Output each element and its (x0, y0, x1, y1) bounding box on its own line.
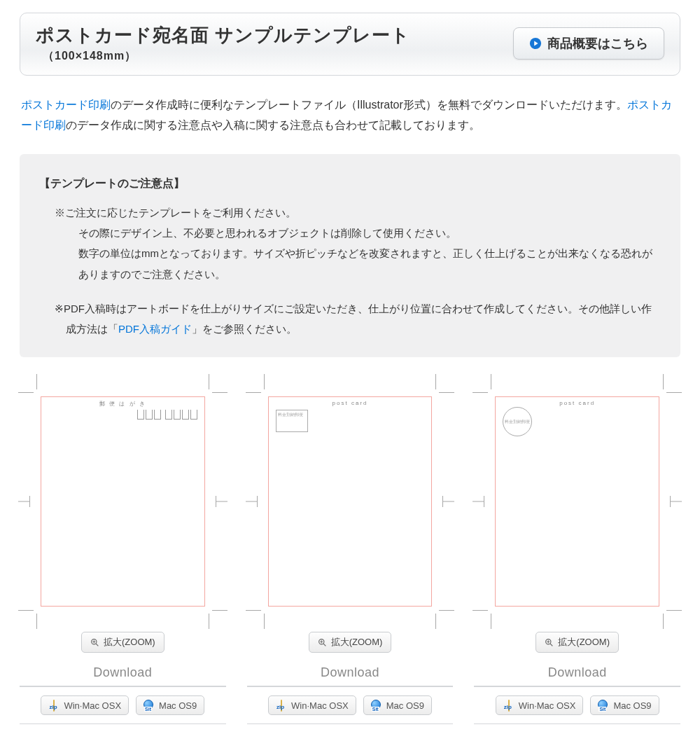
zoom-label: 拡大(ZOOM) (558, 636, 610, 649)
note-item-2: ※PDF入稿時はアートボードを仕上がりサイズにご設定いただき、仕上がり位置に合わ… (39, 298, 661, 340)
download-heading: Download (20, 665, 226, 680)
svg-line-7 (323, 644, 326, 646)
magnifier-icon (90, 638, 99, 647)
page-subtitle: （100×148mm） (43, 49, 513, 64)
zoom-label: 拡大(ZOOM) (104, 636, 155, 649)
template-top-label: 郵 便 は が き (41, 400, 204, 408)
product-overview-button[interactable]: 商品概要はこちら (513, 27, 664, 60)
sit-button-label: Mac OS9 (159, 700, 197, 711)
zip-button-label: Win·Mac OSX (64, 700, 121, 711)
zip-icon: zip (48, 700, 59, 710)
note-sub-1b: 数字の単位はmmとなっております。サイズや折ピッチなどを改変されますと、正しく仕… (39, 243, 661, 284)
template-card: post card 料金別納郵便 拡大(ZOOM) Download zip W… (247, 375, 454, 724)
note-sub-1a: その際にデザイン上、不必要と思われるオブジェクトは削除して使用ください。 (39, 223, 661, 243)
svg-line-3 (96, 644, 98, 646)
page-title: ポストカード宛名面 サンプルテンプレート (36, 23, 513, 48)
template-top-label: post card (496, 400, 659, 406)
intro-paragraph: ポストカード印刷のデータ作成時に便利なテンプレートファイル（Illustrato… (21, 95, 679, 136)
template-preview: post card 料金別納郵便 (474, 375, 680, 628)
postage-payment-circle: 料金別納郵便 (503, 407, 532, 436)
postal-code-boxes (137, 410, 197, 420)
arrow-right-circle-icon (529, 37, 542, 50)
template-card: post card 料金別納郵便 拡大(ZOOM) Download zip W… (474, 375, 680, 724)
template-card: 郵 便 は が き 拡大(ZOOM) Download zip Win·Mac … (20, 375, 226, 724)
zip-icon: zip (276, 700, 287, 710)
divider (20, 686, 226, 687)
sit-icon: Sit (371, 700, 382, 711)
zoom-label: 拡大(ZOOM) (331, 636, 383, 649)
zip-button-label: Win·Mac OSX (291, 700, 349, 711)
template-preview: post card 料金別納郵便 (247, 375, 454, 628)
template-cards-row: 郵 便 は が き 拡大(ZOOM) Download zip Win·Mac … (20, 375, 680, 724)
zip-icon: zip (503, 700, 514, 710)
zoom-button[interactable]: 拡大(ZOOM) (309, 632, 392, 653)
zoom-button[interactable]: 拡大(ZOOM) (536, 632, 619, 653)
download-sit-button[interactable]: Sit Mac OS9 (363, 695, 432, 715)
magnifier-icon (545, 638, 554, 647)
template-frame: 郵 便 は が き (41, 396, 205, 607)
divider (474, 686, 680, 687)
download-zip-button[interactable]: zip Win·Mac OSX (268, 695, 356, 715)
sit-button-label: Mac OS9 (386, 700, 424, 711)
divider (20, 723, 226, 724)
divider (247, 723, 454, 724)
divider (474, 723, 680, 724)
pdf-guide-link[interactable]: PDF入稿ガイド (118, 323, 192, 335)
template-top-label: post card (269, 400, 432, 406)
sit-icon: Sit (144, 700, 155, 711)
notes-title: 【テンプレートのご注意点】 (39, 172, 661, 194)
divider (247, 686, 454, 687)
download-zip-button[interactable]: zip Win·Mac OSX (496, 695, 584, 715)
download-zip-button[interactable]: zip Win·Mac OSX (41, 695, 129, 715)
zip-button-label: Win·Mac OSX (519, 700, 576, 711)
template-frame: post card 料金別納郵便 (495, 396, 659, 607)
postcard-print-link[interactable]: ポストカード印刷 (21, 99, 111, 111)
svg-line-11 (550, 644, 552, 646)
header-panel: ポストカード宛名面 サンプルテンプレート （100×148mm） 商品概要はこち… (20, 13, 680, 76)
download-heading: Download (474, 665, 680, 680)
template-frame: post card 料金別納郵便 (268, 396, 433, 607)
product-overview-label: 商品概要はこちら (547, 35, 648, 52)
download-heading: Download (247, 665, 454, 680)
template-notes-box: 【テンプレートのご注意点】 ※ご注文に応じたテンプレートをご利用ください。 その… (20, 154, 680, 358)
note-item-1: ※ご注文に応じたテンプレートをご利用ください。 (39, 202, 661, 223)
sit-button-label: Mac OS9 (613, 700, 651, 711)
postage-payment-box: 料金別納郵便 (276, 410, 308, 432)
download-sit-button[interactable]: Sit Mac OS9 (136, 695, 204, 715)
zoom-button[interactable]: 拡大(ZOOM) (81, 632, 164, 653)
download-sit-button[interactable]: Sit Mac OS9 (590, 695, 659, 715)
sit-icon: Sit (598, 700, 609, 711)
magnifier-icon (318, 638, 327, 647)
template-preview: 郵 便 は が き (20, 375, 226, 628)
